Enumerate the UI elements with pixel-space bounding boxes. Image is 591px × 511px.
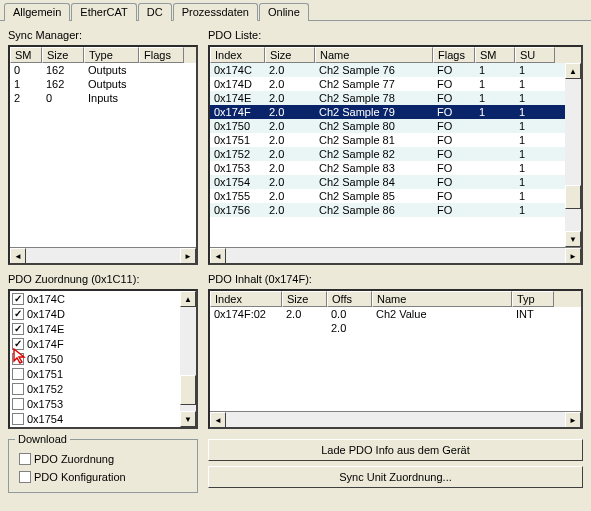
scrollbar-horizontal[interactable]: ◄ ► (210, 247, 581, 263)
pdo-zuordnung-list[interactable]: ✓0x174C✓0x174D✓0x174E✓0x174F0x17500x1751… (8, 289, 198, 429)
table-row[interactable]: 0x174F:022.00.0Ch2 ValueINT (210, 307, 581, 321)
list-item[interactable]: ✓0x174D (10, 306, 180, 321)
table-row[interactable]: 0x17542.0Ch2 Sample 84FO1 (210, 175, 581, 189)
scrollbar-vertical[interactable]: ▲ ▼ (180, 291, 196, 427)
column-header[interactable]: SM (475, 47, 515, 63)
checkbox-label: 0x1753 (27, 398, 63, 410)
scroll-up-icon[interactable]: ▲ (180, 291, 196, 307)
checkbox-label: 0x174E (27, 323, 64, 335)
checkbox[interactable] (12, 368, 24, 380)
checkbox[interactable]: ✓ (12, 323, 24, 335)
download-group: Download PDO Zuordnung PDO Konfiguration (8, 439, 198, 493)
checkbox-label: 0x1754 (27, 413, 63, 425)
table-row[interactable]: 0x17532.0Ch2 Sample 83FO1 (210, 161, 581, 175)
scroll-up-icon[interactable]: ▲ (565, 63, 581, 79)
download-legend: Download (15, 433, 70, 445)
table-row[interactable]: 0x174D2.0Ch2 Sample 77FO11 (210, 77, 581, 91)
column-header[interactable]: Index (210, 291, 282, 307)
column-header[interactable]: Offs (327, 291, 372, 307)
table-row[interactable]: 0x17522.0Ch2 Sample 82FO1 (210, 147, 581, 161)
scroll-right-icon[interactable]: ► (565, 248, 581, 264)
pdo-inhalt-list[interactable]: IndexSizeOffsNameTyp 0x174F:022.00.0Ch2 … (208, 289, 583, 429)
scroll-right-icon[interactable]: ► (180, 248, 196, 264)
pdo-konfiguration-checkbox-label: PDO Konfiguration (34, 471, 126, 483)
column-header[interactable]: Index (210, 47, 265, 63)
scrollbar-vertical[interactable]: ▲ ▼ (565, 63, 581, 247)
list-item[interactable]: ✓0x174C (10, 291, 180, 306)
pdo-zuordnung-checkbox-label: PDO Zuordnung (34, 453, 114, 465)
checkbox-label: 0x174C (27, 293, 65, 305)
sync-unit-zuordnung-button[interactable]: Sync Unit Zuordnung... (208, 466, 583, 488)
column-header[interactable]: Name (315, 47, 433, 63)
list-item[interactable]: 0x1751 (10, 366, 180, 381)
scrollbar-horizontal[interactable]: ◄ ► (10, 247, 196, 263)
table-row[interactable]: 20Inputs (10, 91, 196, 105)
column-header[interactable]: Name (372, 291, 512, 307)
sync-manager-label: Sync Manager: (8, 29, 198, 41)
checkbox[interactable] (12, 398, 24, 410)
column-header[interactable]: Size (282, 291, 327, 307)
scroll-left-icon[interactable]: ◄ (210, 248, 226, 264)
pdo-inhalt-label: PDO Inhalt (0x174F): (208, 273, 583, 285)
column-header[interactable]: SM (10, 47, 42, 63)
column-header[interactable]: Size (42, 47, 84, 63)
table-row[interactable]: 1162Outputs (10, 77, 196, 91)
tab-online[interactable]: Online (259, 3, 309, 21)
scroll-left-icon[interactable]: ◄ (10, 248, 26, 264)
column-header[interactable]: Flags (139, 47, 184, 63)
column-header[interactable]: Type (84, 47, 139, 63)
tab-prozessdaten[interactable]: Prozessdaten (173, 3, 258, 21)
checkbox-label: 0x1750 (27, 353, 63, 365)
table-row[interactable]: 0x17562.0Ch2 Sample 86FO1 (210, 203, 581, 217)
table-row[interactable]: 0x17512.0Ch2 Sample 81FO1 (210, 133, 581, 147)
list-item[interactable]: 0x1750 (10, 351, 180, 366)
checkbox-label: 0x1752 (27, 383, 63, 395)
tab-dc[interactable]: DC (138, 3, 172, 21)
tab-bar: AllgemeinEtherCATDCProzessdatenOnline (0, 0, 591, 21)
checkbox[interactable] (12, 383, 24, 395)
pdo-liste-list[interactable]: IndexSizeNameFlagsSMSU 0x174C2.0Ch2 Samp… (208, 45, 583, 265)
table-row[interactable]: 0x17502.0Ch2 Sample 80FO1 (210, 119, 581, 133)
column-header[interactable]: Flags (433, 47, 475, 63)
table-row[interactable]: 0162Outputs (10, 63, 196, 77)
column-header[interactable]: Size (265, 47, 315, 63)
list-item[interactable]: ✓0x174F (10, 336, 180, 351)
table-row[interactable]: 0x174C2.0Ch2 Sample 76FO11 (210, 63, 581, 77)
column-header[interactable]: Typ (512, 291, 554, 307)
scroll-left-icon[interactable]: ◄ (210, 412, 226, 428)
tab-allgemein[interactable]: Allgemein (4, 3, 70, 21)
column-header[interactable]: SU (515, 47, 555, 63)
scroll-down-icon[interactable]: ▼ (565, 231, 581, 247)
checkbox-label: 0x174F (27, 338, 64, 350)
list-item[interactable]: ✓0x174E (10, 321, 180, 336)
scroll-right-icon[interactable]: ► (565, 412, 581, 428)
table-row[interactable]: 0x174F2.0Ch2 Sample 79FO11 (210, 105, 581, 119)
checkbox[interactable] (12, 413, 24, 425)
sync-manager-list[interactable]: SMSizeTypeFlags 0162Outputs1162Outputs20… (8, 45, 198, 265)
load-pdo-info-button[interactable]: Lade PDO Info aus dem Gerät (208, 439, 583, 461)
table-row[interactable]: 0x17552.0Ch2 Sample 85FO1 (210, 189, 581, 203)
scrollbar-horizontal[interactable]: ◄ ► (210, 411, 581, 427)
pdo-konfiguration-checkbox[interactable] (19, 471, 31, 483)
pdo-zuordnung-label: PDO Zuordnung (0x1C11): (8, 273, 198, 285)
checkbox-label: 0x174D (27, 308, 65, 320)
list-item[interactable]: 0x1752 (10, 381, 180, 396)
pdo-liste-label: PDO Liste: (208, 29, 583, 41)
scroll-down-icon[interactable]: ▼ (180, 411, 196, 427)
table-row[interactable]: 0x174E2.0Ch2 Sample 78FO11 (210, 91, 581, 105)
pdo-zuordnung-checkbox[interactable] (19, 453, 31, 465)
checkbox[interactable]: ✓ (12, 293, 24, 305)
checkbox[interactable]: ✓ (12, 308, 24, 320)
checkbox-label: 0x1751 (27, 368, 63, 380)
checkbox[interactable] (12, 353, 24, 365)
checkbox[interactable]: ✓ (12, 338, 24, 350)
table-row[interactable]: 2.0 (210, 321, 581, 335)
tab-ethercat[interactable]: EtherCAT (71, 3, 136, 21)
list-item[interactable]: 0x1754 (10, 411, 180, 426)
list-item[interactable]: 0x1753 (10, 396, 180, 411)
